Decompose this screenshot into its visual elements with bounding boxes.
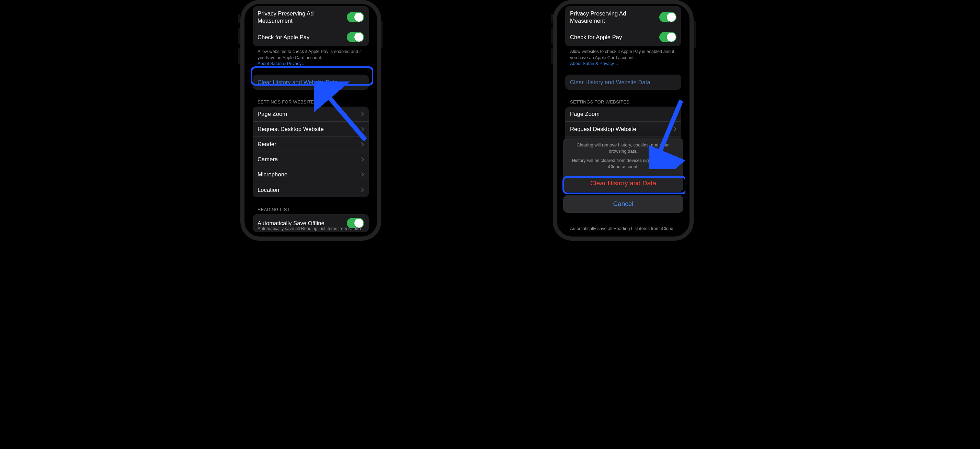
row-reader[interactable]: Reader	[253, 137, 369, 152]
row-label: Microphone	[258, 171, 360, 178]
toggle-on-icon[interactable]	[347, 32, 364, 42]
chevron-right-icon	[360, 142, 364, 147]
phone-right: Privacy Preserving Ad Measurement Check …	[553, 0, 694, 241]
row-location[interactable]: Location	[253, 182, 369, 197]
section-header-settings-for-websites: SETTINGS FOR WEBSITES	[248, 90, 373, 107]
row-camera[interactable]: Camera	[253, 152, 369, 167]
footer-text: Allow websites to check if Apple Pay is …	[258, 49, 361, 60]
clear-history-row[interactable]: Clear History and Website Data	[253, 75, 369, 90]
row-label: Location	[258, 186, 360, 193]
cancel-button[interactable]: Cancel	[563, 195, 683, 213]
apple-pay-footer: Allow websites to check if Apple Pay is …	[248, 46, 373, 66]
row-label: Privacy Preserving Ad Measurement	[258, 10, 347, 24]
settings-screen: Privacy Preserving Ad Measurement Check …	[248, 0, 373, 232]
clear-history-and-data-button[interactable]: Clear History and Data	[563, 174, 683, 192]
row-label: Camera	[258, 156, 360, 163]
clear-history-label: Clear History and Website Data	[258, 79, 364, 86]
side-button	[694, 21, 696, 48]
sheet-message-2: History will be cleared from devices sig…	[563, 154, 683, 174]
action-sheet-block: Clearing will remove history, cookies, a…	[563, 137, 683, 192]
row-label: Reader	[258, 141, 360, 148]
row-check-apple-pay[interactable]: Check for Apple Pay	[253, 28, 369, 46]
row-microphone[interactable]: Microphone	[253, 167, 369, 182]
settings-screen-with-sheet: Privacy Preserving Ad Measurement Check …	[561, 0, 686, 232]
chevron-right-icon	[360, 157, 364, 161]
row-label: Request Desktop Website	[258, 126, 360, 133]
settings-for-websites-group: Page Zoom Request Desktop Website Reader…	[253, 107, 369, 197]
phone-left: Privacy Preserving Ad Measurement Check …	[240, 0, 381, 241]
chevron-right-icon	[360, 188, 364, 192]
privacy-group: Privacy Preserving Ad Measurement Check …	[253, 6, 369, 46]
sheet-message-1: Clearing will remove history, cookies, a…	[563, 137, 683, 154]
phone-frame: Privacy Preserving Ad Measurement Check …	[240, 0, 381, 241]
action-sheet-backdrop[interactable]: Clearing will remove history, cookies, a…	[561, 0, 686, 232]
row-page-zoom[interactable]: Page Zoom	[253, 107, 369, 122]
row-request-desktop-website[interactable]: Request Desktop Website	[253, 122, 369, 137]
about-safari-privacy-link[interactable]: About Safari & Privacy…	[258, 61, 306, 66]
chevron-right-icon	[360, 127, 364, 131]
row-privacy-ad-measurement[interactable]: Privacy Preserving Ad Measurement	[253, 6, 369, 28]
toggle-on-icon[interactable]	[347, 12, 364, 22]
side-button	[381, 21, 383, 48]
row-label: Check for Apple Pay	[258, 34, 347, 41]
chevron-right-icon	[360, 172, 364, 177]
row-label: Page Zoom	[258, 110, 360, 118]
action-sheet: Clearing will remove history, cookies, a…	[563, 137, 683, 213]
reading-list-footer: Automatically save all Reading List item…	[258, 226, 364, 232]
phone-frame: Privacy Preserving Ad Measurement Check …	[553, 0, 694, 241]
section-header-reading-list: READING LIST	[248, 197, 373, 214]
clear-history-group: Clear History and Website Data	[253, 75, 369, 90]
chevron-right-icon	[360, 112, 364, 116]
